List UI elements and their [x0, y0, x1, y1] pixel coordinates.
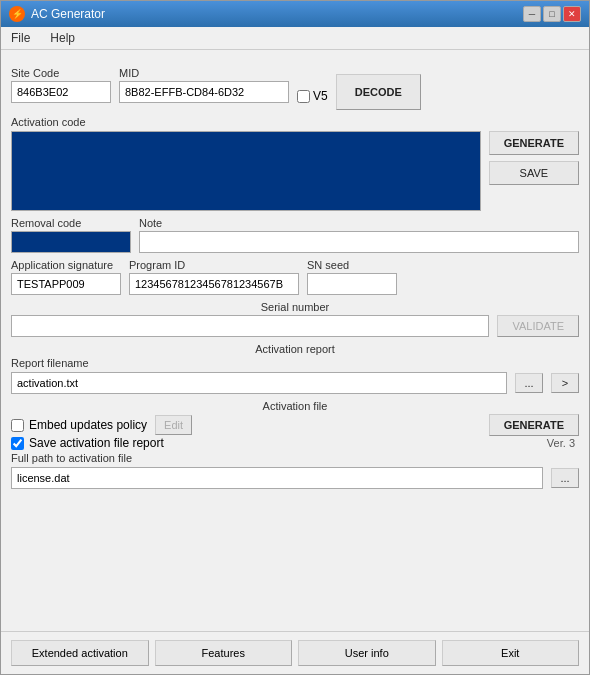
note-group: Note — [139, 217, 579, 253]
report-arrow-button[interactable]: > — [551, 373, 579, 393]
save-report-checkbox-row: Save activation file report — [11, 436, 164, 450]
title-buttons: ─ □ ✕ — [523, 6, 581, 22]
mid-input-row: V5 — [119, 81, 328, 103]
removal-code-group: Removal code — [11, 217, 131, 253]
menu-bar: File Help — [1, 27, 589, 50]
activation-report-section: Activation report Report filename ... > — [11, 343, 579, 394]
features-button[interactable]: Features — [155, 640, 293, 666]
report-filename-input[interactable] — [11, 372, 507, 394]
serial-number-section: Serial number VALIDATE — [11, 301, 579, 337]
full-path-input[interactable] — [11, 467, 543, 489]
title-bar-left: ⚡ AC Generator — [9, 6, 105, 22]
main-content: Site Code MID V5 DECODE Activation code — [1, 50, 589, 631]
generate-file-button[interactable]: GENERATE — [489, 414, 579, 436]
activation-code-area[interactable] — [11, 131, 481, 211]
sn-seed-label: SN seed — [307, 259, 397, 271]
embed-updates-checkbox[interactable] — [11, 419, 24, 432]
window-title: AC Generator — [31, 7, 105, 21]
menu-help[interactable]: Help — [44, 29, 81, 47]
note-label: Note — [139, 217, 579, 229]
exit-button[interactable]: Exit — [442, 640, 580, 666]
sn-seed-group: SN seed — [307, 259, 397, 295]
program-id-group: Program ID — [129, 259, 299, 295]
user-info-button[interactable]: User info — [298, 640, 436, 666]
decode-button[interactable]: DECODE — [336, 74, 421, 110]
report-filename-row: ... > — [11, 372, 579, 394]
site-code-group: Site Code — [11, 67, 111, 103]
file-browse-button[interactable]: ... — [551, 468, 579, 488]
sn-seed-input[interactable] — [307, 273, 397, 295]
extended-activation-button[interactable]: Extended activation — [11, 640, 149, 666]
removal-code-label: Removal code — [11, 217, 131, 229]
report-browse-button[interactable]: ... — [515, 373, 543, 393]
site-code-input[interactable] — [11, 81, 111, 103]
removal-note-row: Removal code Note — [11, 217, 579, 253]
mid-input[interactable] — [119, 81, 289, 103]
activation-file-section: Activation file Embed updates policy Edi… — [11, 400, 579, 489]
generate-save-group: GENERATE SAVE — [489, 131, 579, 185]
program-id-label: Program ID — [129, 259, 299, 271]
embed-updates-row: Embed updates policy — [11, 418, 147, 432]
serial-number-row: VALIDATE — [11, 315, 579, 337]
app-signature-group: Application signature — [11, 259, 121, 295]
app-icon: ⚡ — [9, 6, 25, 22]
report-filename-label: Report filename — [11, 357, 579, 369]
embed-updates-label: Embed updates policy — [29, 418, 147, 432]
version-text: Ver. 3 — [547, 437, 579, 449]
menu-file[interactable]: File — [5, 29, 36, 47]
save-report-label: Save activation file report — [29, 436, 164, 450]
full-path-row: ... — [11, 467, 579, 489]
mid-label: MID — [119, 67, 328, 79]
mid-group: MID V5 — [119, 67, 328, 103]
save-report-checkbox[interactable] — [11, 437, 24, 450]
activation-file-label: Activation file — [11, 400, 579, 412]
app-sig-row: Application signature Program ID SN seed — [11, 259, 579, 295]
maximize-button[interactable]: □ — [543, 6, 561, 22]
v5-checkbox[interactable] — [297, 90, 310, 103]
validate-button[interactable]: VALIDATE — [497, 315, 579, 337]
site-mid-row: Site Code MID V5 DECODE — [11, 60, 579, 110]
serial-number-label: Serial number — [11, 301, 579, 313]
save-report-row: Save activation file report Ver. 3 — [11, 436, 579, 450]
activation-file-top-row: Embed updates policy Edit GENERATE — [11, 414, 579, 436]
activation-code-label: Activation code — [11, 116, 579, 128]
title-bar: ⚡ AC Generator ─ □ ✕ — [1, 1, 589, 27]
save-button[interactable]: SAVE — [489, 161, 579, 185]
minimize-button[interactable]: ─ — [523, 6, 541, 22]
close-button[interactable]: ✕ — [563, 6, 581, 22]
program-id-input[interactable] — [129, 273, 299, 295]
bottom-buttons: Extended activation Features User info E… — [1, 631, 589, 674]
activation-report-label: Activation report — [11, 343, 579, 355]
app-sig-input[interactable] — [11, 273, 121, 295]
main-window: ⚡ AC Generator ─ □ ✕ File Help Site Code… — [0, 0, 590, 675]
v5-label: V5 — [313, 89, 328, 103]
activation-code-section: Activation code GENERATE SAVE — [11, 116, 579, 211]
v5-row: V5 — [297, 89, 328, 103]
removal-code-box — [11, 231, 131, 253]
activation-code-row: GENERATE SAVE — [11, 131, 579, 211]
edit-button[interactable]: Edit — [155, 415, 192, 435]
serial-number-input[interactable] — [11, 315, 489, 337]
note-input[interactable] — [139, 231, 579, 253]
app-sig-label: Application signature — [11, 259, 121, 271]
site-code-label: Site Code — [11, 67, 111, 79]
generate-button[interactable]: GENERATE — [489, 131, 579, 155]
full-path-label: Full path to activation file — [11, 452, 579, 464]
